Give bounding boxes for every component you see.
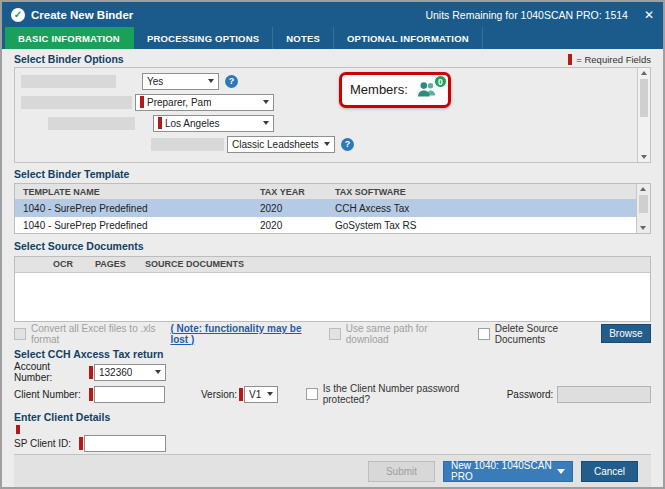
password-protected-checkbox[interactable]	[306, 388, 318, 400]
template-table-scrollbar[interactable]	[636, 184, 650, 233]
scrollbar-thumb[interactable]	[639, 195, 648, 213]
account-number-value: 132360	[99, 367, 132, 378]
required-marker-icon	[140, 96, 144, 108]
required-marker-icon	[158, 117, 162, 129]
cancel-button[interactable]: Cancel	[581, 461, 638, 482]
template-name-cell: 1040 - SurePrep Predefined	[15, 203, 260, 214]
note-functionality-link[interactable]: ( Note: functionality may be lost )	[170, 323, 306, 345]
titlebar: ✓ Create New Binder Units Remaining for …	[2, 2, 663, 27]
sp-client-id-input[interactable]	[84, 435, 166, 452]
client-number-label: Client Number:	[14, 389, 87, 400]
office-value: Los Angeles	[165, 118, 220, 129]
client-number-input[interactable]	[94, 386, 165, 403]
template-row[interactable]: 1040 - SurePrep Predefined 2020 GoSystem…	[15, 217, 636, 233]
close-icon[interactable]: ✕	[644, 8, 654, 22]
submit-button[interactable]: Submit	[368, 461, 435, 482]
leadsheet-dropdown[interactable]: Classic Leadsheets	[227, 136, 335, 153]
section-title-binder-options: Select Binder Options	[14, 53, 124, 65]
tab-notes[interactable]: NOTES	[273, 27, 334, 49]
tax-year-cell: 2020	[260, 220, 335, 231]
tab-processing-options[interactable]: PROCESSING OPTIONS	[134, 27, 273, 49]
section-title-binder-template: Select Binder Template	[14, 168, 129, 180]
col-source-documents[interactable]: SOURCE DOCUMENTS	[145, 259, 650, 269]
same-path-checkbox[interactable]	[329, 328, 341, 340]
convert-excel-label: Convert all Excel files to .xls format	[31, 323, 165, 345]
scroll-down-icon[interactable]	[638, 152, 650, 162]
required-marker-icon	[89, 388, 93, 401]
tax-year-cell: 2020	[260, 203, 335, 214]
chevron-down-icon	[557, 469, 565, 474]
source-documents-empty-list	[15, 273, 650, 321]
options-scrollbar[interactable]	[637, 68, 650, 162]
preparer-value: Preparer, Pam	[147, 97, 211, 108]
field-label-redacted	[21, 96, 132, 109]
dialog-content: Select Binder Options = Required Fields …	[2, 49, 663, 487]
chevron-down-icon	[263, 387, 277, 402]
source-documents-options: Convert all Excel files to .xls format (…	[14, 323, 651, 345]
convert-excel-checkbox[interactable]	[14, 328, 26, 340]
leadsheet-value: Classic Leadsheets	[232, 139, 319, 150]
password-input[interactable]	[557, 386, 651, 403]
template-name-cell: 1040 - SurePrep Predefined	[15, 220, 260, 231]
section-title-source-documents: Select Source Documents	[14, 240, 144, 252]
delete-source-documents-checkbox[interactable]	[478, 328, 490, 340]
members-count-badge: 0	[434, 75, 447, 88]
preparer-dropdown[interactable]: Preparer, Pam	[135, 94, 274, 111]
units-remaining-text: Units Remaining for 1040SCAN PRO: 1514	[425, 9, 628, 21]
template-table-main: TEMPLATE NAME TAX YEAR TAX SOFTWARE 1040…	[15, 184, 636, 233]
members-label: Members:	[350, 82, 408, 97]
binder-option-row: Classic Leadsheets ?	[21, 136, 632, 153]
dialog-footer: Submit New 1040: 1040SCAN PRO Cancel	[14, 454, 651, 487]
sp-client-id-label: SP Client ID:	[14, 438, 77, 449]
version-value: V1	[249, 389, 261, 400]
binder-template-table: TEMPLATE NAME TAX YEAR TAX SOFTWARE 1040…	[14, 183, 651, 234]
template-row-selected[interactable]: 1040 - SurePrep Predefined 2020 CCH Axce…	[15, 200, 636, 217]
scroll-up-icon[interactable]	[638, 68, 650, 78]
binder-type-dropdown[interactable]: New 1040: 1040SCAN PRO	[443, 461, 573, 482]
section-title-tax-return: Select CCH Axcess Tax return	[14, 348, 163, 360]
help-icon[interactable]: ?	[225, 75, 238, 88]
app-check-icon: ✓	[11, 8, 25, 22]
password-protected-label: Is the Client Number password protected?	[323, 383, 507, 405]
office-dropdown[interactable]: Los Angeles	[153, 115, 274, 132]
delete-source-documents-label: Delete Source Documents	[495, 323, 596, 345]
option1-dropdown[interactable]: Yes	[142, 73, 219, 90]
col-template-name[interactable]: TEMPLATE NAME	[15, 187, 260, 197]
field-label-redacted	[21, 75, 116, 88]
sp-client-id-row: SP Client ID:	[14, 434, 651, 454]
version-label: Version:	[201, 389, 237, 400]
members-highlight-annotation: Members: 0	[339, 72, 451, 108]
chevron-down-icon	[204, 74, 218, 89]
chevron-down-icon	[259, 95, 273, 110]
tab-optional-information[interactable]: OPTIONAL INFORMATION	[334, 27, 483, 49]
col-tax-year[interactable]: TAX YEAR	[260, 187, 335, 197]
binder-option-row: Preparer, Pam	[21, 94, 632, 111]
chevron-down-icon	[259, 116, 273, 131]
field-label-redacted	[48, 117, 135, 130]
col-pages[interactable]: PAGES	[95, 259, 145, 269]
account-number-dropdown[interactable]: 132360	[94, 364, 166, 381]
tab-basic-information[interactable]: BASIC INFORMATION	[5, 27, 134, 49]
password-label: Password:	[507, 389, 554, 400]
account-number-label: Account Number:	[14, 361, 87, 383]
scrollbar-thumb[interactable]	[640, 79, 648, 117]
required-marker-icon	[16, 425, 20, 434]
source-documents-table: OCR PAGES SOURCE DOCUMENTS	[14, 256, 651, 322]
scroll-up-icon[interactable]	[637, 184, 649, 194]
col-ocr[interactable]: OCR	[53, 259, 95, 269]
browse-button[interactable]: Browse	[601, 324, 651, 343]
chevron-down-icon	[151, 365, 165, 380]
help-icon[interactable]: ?	[341, 138, 354, 151]
members-group-icon[interactable]: 0	[415, 81, 439, 98]
col-tax-software[interactable]: TAX SOFTWARE	[335, 187, 636, 197]
binder-option-row: Los Angeles	[21, 115, 632, 132]
version-dropdown[interactable]: V1	[244, 386, 278, 403]
account-number-row: Account Number: 132360	[14, 361, 651, 383]
template-table-header: TEMPLATE NAME TAX YEAR TAX SOFTWARE	[15, 184, 636, 200]
source-table-main: OCR PAGES SOURCE DOCUMENTS	[15, 257, 650, 321]
source-table-header: OCR PAGES SOURCE DOCUMENTS	[15, 257, 650, 273]
required-marker-icon	[239, 388, 243, 401]
client-number-row: Client Number: Version: V1 Is the Client…	[14, 383, 651, 405]
window-title: Create New Binder	[31, 9, 133, 21]
scroll-down-icon[interactable]	[637, 223, 649, 233]
